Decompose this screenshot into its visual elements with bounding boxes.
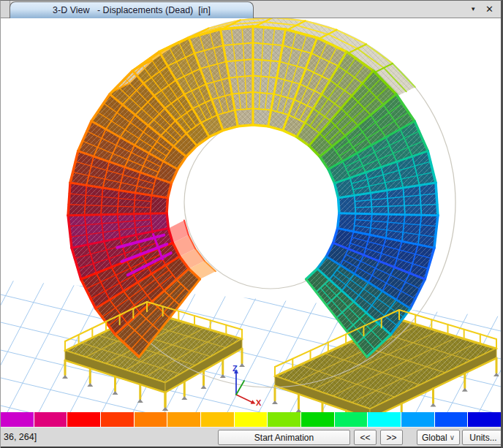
close-window-button[interactable]: ✕ <box>485 4 493 14</box>
color-scale-swatch <box>335 412 368 427</box>
color-scale-swatch <box>67 412 100 427</box>
title-bar: 3-D View - Displacements (Dead) [in] ▼ ✕ <box>1 1 501 18</box>
chevron-down-icon: ∨ <box>450 433 455 441</box>
view-tab-label: 3-D View - Displacements (Dead) [in] <box>53 5 211 15</box>
collapse-window-button[interactable]: ▼ <box>470 7 476 12</box>
color-scale-swatch <box>368 412 401 427</box>
coordinate-system-value: Global <box>422 433 447 443</box>
color-scale-swatch <box>101 412 134 427</box>
view-tab[interactable]: 3-D View - Displacements (Dead) [in] <box>10 1 254 18</box>
color-scale-swatch <box>135 412 167 427</box>
3d-viewport[interactable]: ZX <box>1 18 501 412</box>
units-button[interactable]: Units... <box>462 430 503 445</box>
coordinate-system-select[interactable]: Global ∨ <box>417 430 460 445</box>
status-bar: 36, 264] Start Animation << >> Global ∨ … <box>1 427 501 448</box>
previous-step-button[interactable]: << <box>354 430 377 445</box>
coordinate-readout: 36, 264] <box>4 428 37 447</box>
color-scale-swatch <box>201 412 234 427</box>
color-scale-swatch <box>401 412 434 427</box>
displacement-color-scale <box>1 412 501 427</box>
color-scale-swatch <box>435 412 468 427</box>
color-scale-swatch <box>1 412 34 427</box>
next-step-button[interactable]: >> <box>380 430 403 445</box>
z-axis-label: Z <box>232 364 238 373</box>
x-axis-label: X <box>256 398 262 407</box>
start-animation-button[interactable]: Start Animation <box>218 430 350 445</box>
3d-view-window: 3-D View - Displacements (Dead) [in] ▼ ✕… <box>0 0 503 448</box>
color-scale-swatch <box>268 412 300 427</box>
color-scale-swatch <box>34 412 67 427</box>
color-scale-swatch <box>301 412 334 427</box>
color-scale-swatch <box>235 412 268 427</box>
viewport-canvas[interactable]: ZX <box>1 18 501 412</box>
color-scale-swatch <box>468 412 501 427</box>
color-scale-swatch <box>167 412 200 427</box>
